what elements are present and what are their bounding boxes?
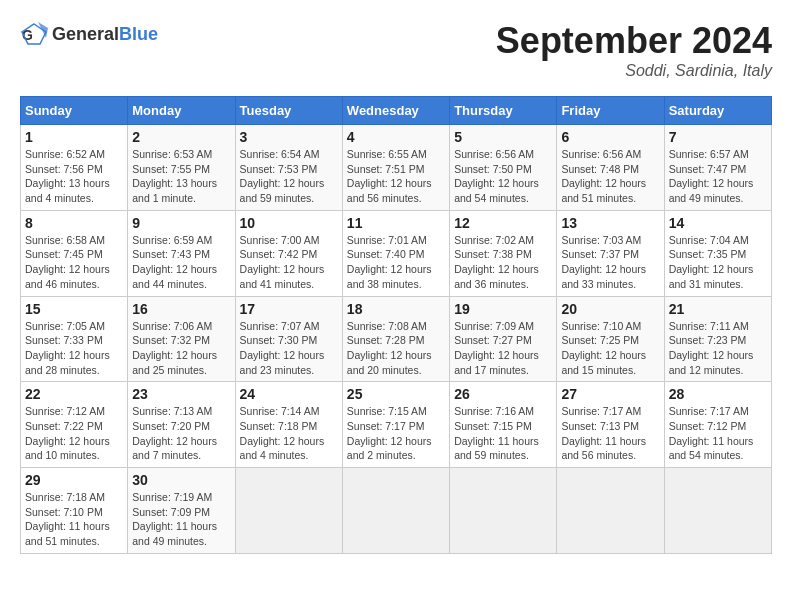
day-detail: Sunrise: 7:14 AMSunset: 7:18 PMDaylight:… <box>240 404 338 463</box>
calendar-cell: 23Sunrise: 7:13 AMSunset: 7:20 PMDayligh… <box>128 382 235 468</box>
calendar-cell <box>557 468 664 554</box>
calendar-cell: 10Sunrise: 7:00 AMSunset: 7:42 PMDayligh… <box>235 210 342 296</box>
day-number: 23 <box>132 386 230 402</box>
day-number: 11 <box>347 215 445 231</box>
day-detail: Sunrise: 7:10 AMSunset: 7:25 PMDaylight:… <box>561 319 659 378</box>
calendar-week-5: 29Sunrise: 7:18 AMSunset: 7:10 PMDayligh… <box>21 468 772 554</box>
day-detail: Sunrise: 7:18 AMSunset: 7:10 PMDaylight:… <box>25 490 123 549</box>
calendar-cell: 30Sunrise: 7:19 AMSunset: 7:09 PMDayligh… <box>128 468 235 554</box>
calendar-cell: 4Sunrise: 6:55 AMSunset: 7:51 PMDaylight… <box>342 125 449 211</box>
day-detail: Sunrise: 7:00 AMSunset: 7:42 PMDaylight:… <box>240 233 338 292</box>
day-number: 30 <box>132 472 230 488</box>
day-detail: Sunrise: 7:01 AMSunset: 7:40 PMDaylight:… <box>347 233 445 292</box>
calendar-cell: 18Sunrise: 7:08 AMSunset: 7:28 PMDayligh… <box>342 296 449 382</box>
day-detail: Sunrise: 7:17 AMSunset: 7:13 PMDaylight:… <box>561 404 659 463</box>
calendar-cell: 13Sunrise: 7:03 AMSunset: 7:37 PMDayligh… <box>557 210 664 296</box>
day-number: 24 <box>240 386 338 402</box>
day-detail: Sunrise: 6:58 AMSunset: 7:45 PMDaylight:… <box>25 233 123 292</box>
calendar-week-2: 8Sunrise: 6:58 AMSunset: 7:45 PMDaylight… <box>21 210 772 296</box>
day-detail: Sunrise: 7:15 AMSunset: 7:17 PMDaylight:… <box>347 404 445 463</box>
weekday-header-wednesday: Wednesday <box>342 97 449 125</box>
calendar-cell: 12Sunrise: 7:02 AMSunset: 7:38 PMDayligh… <box>450 210 557 296</box>
day-number: 1 <box>25 129 123 145</box>
day-detail: Sunrise: 7:03 AMSunset: 7:37 PMDaylight:… <box>561 233 659 292</box>
day-detail: Sunrise: 6:56 AMSunset: 7:48 PMDaylight:… <box>561 147 659 206</box>
day-detail: Sunrise: 6:54 AMSunset: 7:53 PMDaylight:… <box>240 147 338 206</box>
calendar-cell: 24Sunrise: 7:14 AMSunset: 7:18 PMDayligh… <box>235 382 342 468</box>
day-number: 4 <box>347 129 445 145</box>
day-number: 13 <box>561 215 659 231</box>
calendar-cell: 9Sunrise: 6:59 AMSunset: 7:43 PMDaylight… <box>128 210 235 296</box>
calendar-cell: 28Sunrise: 7:17 AMSunset: 7:12 PMDayligh… <box>664 382 771 468</box>
calendar-cell <box>664 468 771 554</box>
header: G GeneralBlue September 2024 Soddi, Sard… <box>20 20 772 80</box>
day-number: 26 <box>454 386 552 402</box>
day-number: 16 <box>132 301 230 317</box>
day-number: 28 <box>669 386 767 402</box>
weekday-header-tuesday: Tuesday <box>235 97 342 125</box>
day-detail: Sunrise: 7:04 AMSunset: 7:35 PMDaylight:… <box>669 233 767 292</box>
day-detail: Sunrise: 7:07 AMSunset: 7:30 PMDaylight:… <box>240 319 338 378</box>
day-number: 6 <box>561 129 659 145</box>
day-detail: Sunrise: 6:52 AMSunset: 7:56 PMDaylight:… <box>25 147 123 206</box>
weekday-header-thursday: Thursday <box>450 97 557 125</box>
day-detail: Sunrise: 7:19 AMSunset: 7:09 PMDaylight:… <box>132 490 230 549</box>
day-number: 8 <box>25 215 123 231</box>
day-detail: Sunrise: 7:12 AMSunset: 7:22 PMDaylight:… <box>25 404 123 463</box>
calendar-cell: 15Sunrise: 7:05 AMSunset: 7:33 PMDayligh… <box>21 296 128 382</box>
calendar-cell: 26Sunrise: 7:16 AMSunset: 7:15 PMDayligh… <box>450 382 557 468</box>
calendar-cell: 19Sunrise: 7:09 AMSunset: 7:27 PMDayligh… <box>450 296 557 382</box>
day-number: 21 <box>669 301 767 317</box>
day-number: 25 <box>347 386 445 402</box>
day-number: 15 <box>25 301 123 317</box>
title-area: September 2024 Soddi, Sardinia, Italy <box>496 20 772 80</box>
calendar-cell: 1Sunrise: 6:52 AMSunset: 7:56 PMDaylight… <box>21 125 128 211</box>
calendar-cell: 14Sunrise: 7:04 AMSunset: 7:35 PMDayligh… <box>664 210 771 296</box>
calendar-body: 1Sunrise: 6:52 AMSunset: 7:56 PMDaylight… <box>21 125 772 554</box>
calendar-cell <box>235 468 342 554</box>
day-number: 17 <box>240 301 338 317</box>
location-title: Soddi, Sardinia, Italy <box>496 62 772 80</box>
calendar-cell: 7Sunrise: 6:57 AMSunset: 7:47 PMDaylight… <box>664 125 771 211</box>
weekday-header-row: SundayMondayTuesdayWednesdayThursdayFrid… <box>21 97 772 125</box>
day-detail: Sunrise: 7:05 AMSunset: 7:33 PMDaylight:… <box>25 319 123 378</box>
calendar-cell: 17Sunrise: 7:07 AMSunset: 7:30 PMDayligh… <box>235 296 342 382</box>
day-detail: Sunrise: 7:02 AMSunset: 7:38 PMDaylight:… <box>454 233 552 292</box>
day-detail: Sunrise: 7:17 AMSunset: 7:12 PMDaylight:… <box>669 404 767 463</box>
day-detail: Sunrise: 7:16 AMSunset: 7:15 PMDaylight:… <box>454 404 552 463</box>
day-number: 10 <box>240 215 338 231</box>
day-number: 7 <box>669 129 767 145</box>
calendar-week-1: 1Sunrise: 6:52 AMSunset: 7:56 PMDaylight… <box>21 125 772 211</box>
calendar-cell: 11Sunrise: 7:01 AMSunset: 7:40 PMDayligh… <box>342 210 449 296</box>
calendar-cell: 29Sunrise: 7:18 AMSunset: 7:10 PMDayligh… <box>21 468 128 554</box>
calendar-week-3: 15Sunrise: 7:05 AMSunset: 7:33 PMDayligh… <box>21 296 772 382</box>
day-number: 12 <box>454 215 552 231</box>
day-number: 14 <box>669 215 767 231</box>
logo-icon: G <box>20 20 48 48</box>
weekday-header-saturday: Saturday <box>664 97 771 125</box>
calendar-table: SundayMondayTuesdayWednesdayThursdayFrid… <box>20 96 772 554</box>
day-number: 5 <box>454 129 552 145</box>
calendar-cell: 25Sunrise: 7:15 AMSunset: 7:17 PMDayligh… <box>342 382 449 468</box>
calendar-cell: 20Sunrise: 7:10 AMSunset: 7:25 PMDayligh… <box>557 296 664 382</box>
calendar-cell: 8Sunrise: 6:58 AMSunset: 7:45 PMDaylight… <box>21 210 128 296</box>
weekday-header-monday: Monday <box>128 97 235 125</box>
calendar-cell: 6Sunrise: 6:56 AMSunset: 7:48 PMDaylight… <box>557 125 664 211</box>
day-number: 19 <box>454 301 552 317</box>
day-number: 2 <box>132 129 230 145</box>
day-detail: Sunrise: 7:13 AMSunset: 7:20 PMDaylight:… <box>132 404 230 463</box>
day-number: 29 <box>25 472 123 488</box>
calendar-week-4: 22Sunrise: 7:12 AMSunset: 7:22 PMDayligh… <box>21 382 772 468</box>
logo: G GeneralBlue <box>20 20 158 48</box>
weekday-header-sunday: Sunday <box>21 97 128 125</box>
calendar-cell: 21Sunrise: 7:11 AMSunset: 7:23 PMDayligh… <box>664 296 771 382</box>
logo-general-text: General <box>52 24 119 44</box>
calendar-cell: 27Sunrise: 7:17 AMSunset: 7:13 PMDayligh… <box>557 382 664 468</box>
day-detail: Sunrise: 6:53 AMSunset: 7:55 PMDaylight:… <box>132 147 230 206</box>
day-detail: Sunrise: 6:57 AMSunset: 7:47 PMDaylight:… <box>669 147 767 206</box>
weekday-header-friday: Friday <box>557 97 664 125</box>
day-detail: Sunrise: 7:11 AMSunset: 7:23 PMDaylight:… <box>669 319 767 378</box>
calendar-cell: 16Sunrise: 7:06 AMSunset: 7:32 PMDayligh… <box>128 296 235 382</box>
day-number: 3 <box>240 129 338 145</box>
month-title: September 2024 <box>496 20 772 62</box>
